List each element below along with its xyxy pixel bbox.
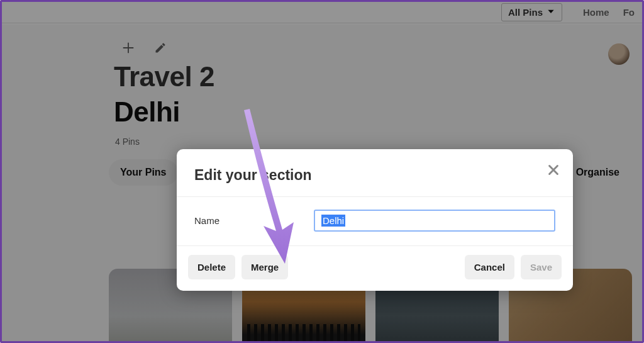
- chevron-down-icon: [547, 7, 555, 18]
- section-name-input[interactable]: Delhi: [314, 210, 555, 232]
- pins-filter-label: All Pins: [508, 7, 543, 18]
- section-name-value: Delhi: [321, 215, 345, 227]
- organise-button[interactable]: Organise: [566, 159, 630, 186]
- name-label: Name: [194, 215, 289, 226]
- delete-button[interactable]: Delete: [188, 255, 235, 279]
- modal-body: Name Delhi: [177, 196, 573, 245]
- plus-icon[interactable]: [121, 41, 135, 55]
- cancel-button[interactable]: Cancel: [465, 255, 514, 279]
- app-frame: All Pins Home Fo Travel 2 Delhi 4 Pins Y…: [0, 0, 644, 343]
- edit-section-modal: Edit your section Name Delhi Delete Merg…: [177, 149, 573, 291]
- close-icon[interactable]: [547, 163, 560, 177]
- modal-footer: Delete Merge Cancel Save: [177, 245, 573, 291]
- tab-your-pins[interactable]: Your Pins: [109, 159, 178, 186]
- board-title: Travel 2: [109, 61, 630, 93]
- modal-title: Edit your section: [194, 167, 555, 184]
- board-actions: [109, 37, 630, 61]
- section-title: Delhi: [109, 96, 630, 128]
- pin-count: 4 Pins: [109, 137, 630, 147]
- merge-button[interactable]: Merge: [242, 255, 288, 279]
- pins-filter-dropdown[interactable]: All Pins: [501, 3, 562, 21]
- avatar[interactable]: [608, 43, 630, 65]
- save-button[interactable]: Save: [521, 255, 562, 279]
- top-nav: All Pins Home Fo: [2, 2, 642, 23]
- nav-home[interactable]: Home: [583, 7, 609, 18]
- nav-following[interactable]: Fo: [623, 7, 635, 18]
- pencil-icon[interactable]: [154, 42, 167, 54]
- modal-header: Edit your section: [177, 149, 573, 196]
